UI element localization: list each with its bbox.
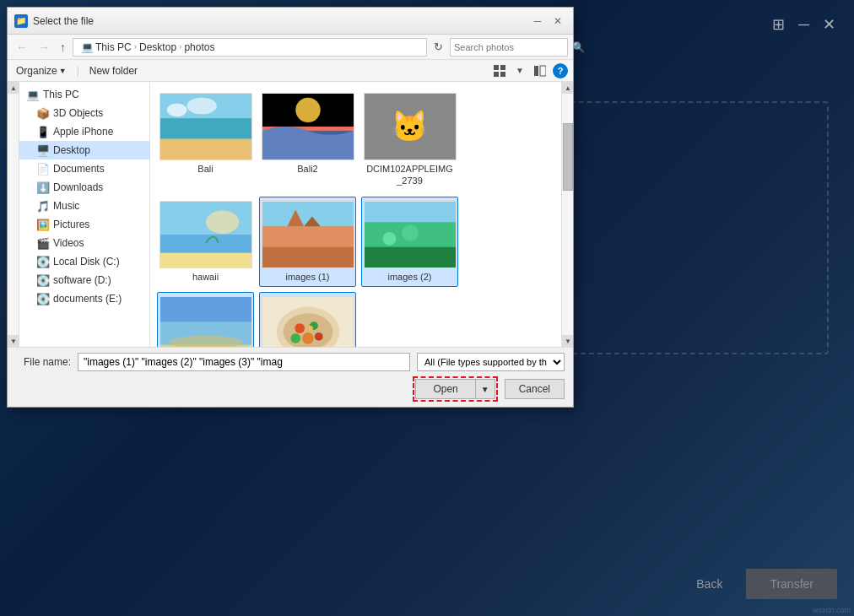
dialog-app-icon: 📁	[14, 14, 28, 28]
dialog-nav-toolbar: ← → ↑ 💻 This PC › Desktop › photos ↻ 🔍	[8, 35, 573, 60]
nav-back-button[interactable]: ←	[13, 39, 31, 56]
grid-scroll-thumb[interactable]	[563, 123, 573, 191]
dialog-content: ▲ ▼ 💻 This PC 📦 3D Objects 📱 Apple iPhon…	[8, 82, 573, 347]
svg-point-41	[290, 333, 300, 343]
sidebar-software-d-label: software (D:)	[53, 274, 111, 286]
breadcrumb-desktop[interactable]: Desktop	[137, 39, 179, 56]
svg-rect-17	[160, 252, 251, 267]
3d-objects-icon: 📦	[36, 107, 50, 120]
svg-point-10	[186, 98, 216, 115]
organize-dropdown-icon: ▼	[59, 67, 67, 75]
nav-forward-button[interactable]: →	[35, 39, 53, 56]
help-button[interactable]: ?	[553, 63, 568, 78]
sidebar-documents-label: Documents	[53, 163, 105, 175]
sidebar-scrollbar: ▲ ▼	[8, 82, 19, 347]
sidebar-item-pictures[interactable]: 🖼️ Pictures	[19, 215, 149, 234]
svg-rect-2	[494, 72, 499, 77]
sidebar-this-pc-label: This PC	[43, 89, 79, 100]
this-pc-label: This PC	[95, 41, 132, 53]
sidebar-item-music[interactable]: 🎵 Music	[19, 197, 149, 215]
sidebar-scroll-up[interactable]: ▲	[8, 82, 19, 94]
svg-rect-4	[534, 66, 538, 76]
file-item-images2[interactable]: images (2)	[361, 197, 458, 287]
sidebar-item-3d-objects[interactable]: 📦 3D Objects	[19, 104, 149, 122]
file-thumbnail-dcim: 🐱	[364, 93, 457, 160]
open-button[interactable]: Open	[415, 379, 474, 399]
svg-point-29	[424, 233, 436, 245]
sidebar-downloads-label: Downloads	[53, 181, 103, 193]
dialog-minimize-button[interactable]: ─	[529, 13, 546, 30]
file-item-bali[interactable]: Bali	[157, 89, 254, 192]
file-thumbnail-images2	[364, 201, 457, 268]
sidebar-desktop-label: Desktop	[53, 144, 90, 156]
pane-toggle-button[interactable]	[531, 63, 549, 78]
file-name-hawaii: hawaii	[192, 271, 219, 283]
svg-rect-26	[365, 246, 456, 267]
filename-input[interactable]	[78, 353, 410, 371]
file-item-bali2[interactable]: Bali2	[259, 89, 356, 192]
apple-iphone-icon: 📱	[36, 126, 50, 138]
breadcrumb-photos[interactable]: photos	[181, 39, 217, 56]
toolbar-separator: |	[77, 65, 79, 77]
sidebar-item-this-pc[interactable]: 💻 This PC	[19, 85, 149, 104]
svg-point-28	[402, 224, 419, 241]
dialog-close-button[interactable]: ✕	[549, 13, 566, 30]
filename-label: File name:	[16, 356, 71, 368]
organize-label: Organize	[16, 65, 57, 77]
file-thumbnail-hawaii	[159, 201, 252, 268]
documents-icon: 📄	[36, 163, 50, 176]
svg-rect-16	[160, 235, 251, 256]
sidebar-item-local-disk-c[interactable]: 💽 Local Disk (C:)	[19, 252, 149, 271]
sidebar-documents-e-label: documents (E:)	[53, 293, 122, 305]
dialog-title-left: 📁 Select the file	[14, 14, 94, 28]
sidebar-item-apple-iphone[interactable]: 📱 Apple iPhone	[19, 122, 149, 141]
dialog-titlebar: 📁 Select the file ─ ✕	[8, 8, 573, 35]
file-item-images3[interactable]: images (3)	[157, 292, 254, 347]
search-box: 🔍	[450, 38, 568, 57]
file-item-images1[interactable]: images (1)	[259, 197, 356, 287]
filename-row: File name: All (File types supported by …	[16, 353, 565, 371]
view-toggle-button[interactable]	[490, 63, 509, 78]
new-folder-button[interactable]: New folder	[86, 63, 141, 78]
videos-icon: 🎬	[36, 237, 50, 250]
cancel-button[interactable]: Cancel	[505, 379, 565, 399]
file-item-dcim[interactable]: 🐱 DCIM102APPLEIMG_2739	[361, 89, 458, 192]
open-button-group: Open ▼	[413, 376, 497, 402]
file-name-images2: images (2)	[388, 271, 432, 283]
sidebar-item-documents[interactable]: 📄 Documents	[19, 159, 149, 178]
file-dialog: 📁 Select the file ─ ✕ ← → ↑ 💻 This PC › …	[7, 7, 574, 408]
svg-rect-1	[500, 65, 505, 70]
sidebar-3d-objects-label: 3D Objects	[53, 107, 103, 119]
sidebar-scroll-track	[8, 94, 19, 335]
grid-scroll-up[interactable]: ▲	[562, 82, 573, 94]
open-dropdown-button[interactable]: ▼	[475, 379, 495, 399]
breadcrumb-this-pc[interactable]: 💻 This PC	[78, 39, 134, 56]
this-pc-icon: 💻	[81, 41, 94, 53]
sidebar-item-software-d[interactable]: 💽 software (D:)	[19, 271, 149, 289]
file-item-hawaii[interactable]: hawaii	[157, 197, 254, 287]
organize-button[interactable]: Organize ▼	[13, 63, 70, 78]
filetype-select[interactable]: All (File types supported by the	[417, 353, 565, 371]
refresh-button[interactable]: ↻	[430, 39, 446, 55]
grid-scroll-down[interactable]: ▼	[562, 335, 573, 347]
svg-point-39	[302, 332, 314, 344]
dialog-bottom: File name: All (File types supported by …	[8, 347, 573, 407]
svg-point-9	[166, 104, 186, 117]
search-submit-button[interactable]: 🔍	[572, 41, 585, 53]
svg-point-42	[308, 326, 313, 331]
sidebar-item-downloads[interactable]: ⬇️ Downloads	[19, 178, 149, 197]
search-input[interactable]	[454, 42, 570, 52]
sidebar-item-desktop[interactable]: 🖥️ Desktop	[19, 141, 149, 159]
sidebar-scroll-down[interactable]: ▼	[8, 335, 19, 347]
file-name-dcim: DCIM102APPLEIMG_2739	[365, 163, 454, 187]
sidebar-item-videos[interactable]: 🎬 Videos	[19, 234, 149, 252]
sidebar-item-documents-e[interactable]: 💽 documents (E:)	[19, 289, 149, 308]
grid-scroll-track-bottom	[562, 192, 573, 335]
pictures-icon: 🖼️	[36, 219, 50, 231]
nav-up-button[interactable]: ↑	[57, 39, 69, 56]
documents-e-icon: 💽	[36, 293, 50, 305]
view-dropdown-button[interactable]: ▼	[512, 64, 527, 77]
file-item-images4[interactable]: images (4)	[259, 292, 356, 347]
svg-rect-0	[494, 65, 499, 70]
dialog-title: Select the file	[33, 15, 94, 27]
